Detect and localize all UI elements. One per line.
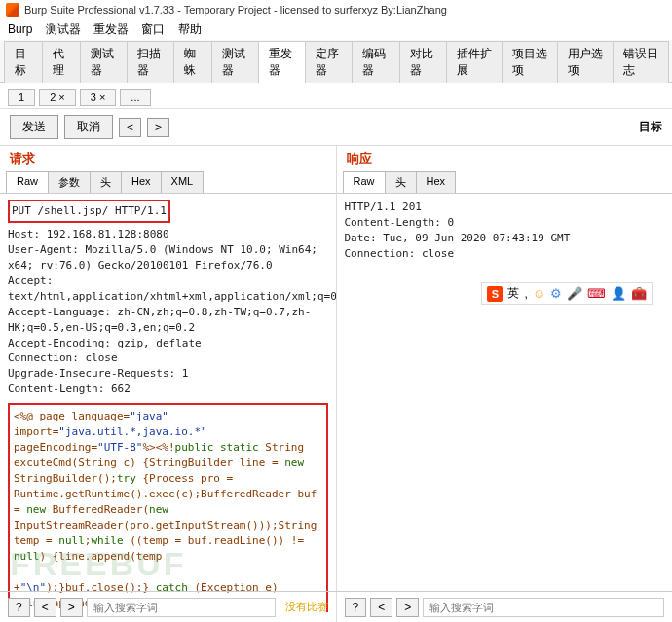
subtab-1[interactable]: 1 [8, 89, 35, 106]
code-token: new [26, 503, 46, 516]
res-search-prev[interactable]: < [370, 598, 392, 617]
response-content[interactable]: HTTP/1.1 201Content-Length: 0Date: Tue, … [337, 194, 673, 612]
cancel-button[interactable]: 取消 [64, 115, 113, 139]
tab-sequencer[interactable]: 定序器 [305, 41, 353, 83]
code-token: "java" [130, 410, 168, 422]
request-header-line: Accept-Language: zh-CN,zh;q=0.8,zh-TW;q=… [8, 305, 328, 336]
code-token: new [284, 457, 304, 469]
gear-icon[interactable]: ⚙ [550, 286, 562, 301]
menu-bar: Burp 测试器 重发器 窗口 帮助 [0, 19, 672, 40]
tab-target[interactable]: 目标 [4, 41, 43, 83]
app-logo-icon [6, 3, 19, 17]
panes: 请求 Raw 参数 头 Hex XML PUT /shell.jsp/ HTTP… [0, 145, 672, 612]
keyboard-icon[interactable]: ⌨ [587, 286, 606, 301]
top-tabs: 目标 代理 测试器 扫描器 蜘蛛 测试器 重发器 定序器 编码器 对比器 插件扩… [0, 40, 672, 83]
request-header-line: Host: 192.168.81.128:8080 [8, 227, 328, 242]
res-tab-raw[interactable]: Raw [343, 171, 386, 193]
menu-burp[interactable]: Burp [8, 22, 32, 36]
tab-alerts[interactable]: 错误日志 [613, 41, 669, 83]
tab-extender[interactable]: 插件扩展 [446, 41, 503, 83]
request-first-line-highlight: PUT /shell.jsp/ HTTP/1.1 [8, 200, 170, 223]
request-header-line: Upgrade-Insecure-Requests: 1 [8, 366, 328, 382]
code-token: <%@ page language= [14, 410, 130, 422]
tab-user-options[interactable]: 用户选项 [557, 41, 614, 83]
code-token: "java.util.*,java.io.*" [58, 425, 206, 438]
req-tab-headers[interactable]: 头 [90, 171, 122, 193]
code-token: ) {line.append(temp [40, 550, 163, 563]
target-label: 目标 [639, 119, 662, 135]
tab-repeater[interactable]: 重发器 [258, 41, 306, 83]
response-line: Date: Tue, 09 Jun 2020 07:43:19 GMT [345, 231, 665, 246]
request-header-line: Content-Length: 662 [8, 382, 328, 397]
subtab-2[interactable]: 2 × [39, 89, 76, 106]
response-line: Content-Length: 0 [345, 215, 665, 231]
history-prev-button[interactable]: < [119, 118, 141, 137]
req-search-next[interactable]: > [60, 598, 83, 617]
code-token: null [58, 534, 85, 547]
code-token: public static [175, 441, 259, 454]
code-token: StringBuilder(); [14, 472, 117, 485]
request-content[interactable]: PUT /shell.jsp/ HTTP/1.1 Host: 192.168.8… [0, 194, 336, 612]
ime-language[interactable]: 英 [507, 285, 519, 302]
window-title: Burp Suite Professional v1.7.33 - Tempor… [24, 4, 447, 16]
tab-project-options[interactable]: 项目选项 [502, 41, 558, 83]
req-tab-hex[interactable]: Hex [121, 171, 162, 193]
menu-window[interactable]: 窗口 [141, 22, 165, 36]
tab-comparer[interactable]: 对比器 [399, 41, 447, 83]
response-line: HTTP/1.1 201 [345, 200, 665, 215]
tab-proxy[interactable]: 代理 [42, 41, 81, 83]
tab-intruder[interactable]: 测试器 [80, 41, 128, 83]
request-first-line: PUT /shell.jsp/ HTTP/1.1 [12, 204, 167, 217]
code-token: try [117, 472, 136, 485]
code-token: null [14, 550, 40, 563]
ime-toolbar[interactable]: S 英 , ☺ ⚙ 🎤 ⌨ 👤 🧰 [481, 282, 653, 305]
req-tab-raw[interactable]: Raw [6, 171, 49, 193]
tools-icon[interactable]: 🧰 [631, 286, 647, 301]
request-header-line: Connection: close [8, 350, 328, 366]
send-button[interactable]: 发送 [10, 115, 58, 139]
code-token: new [149, 503, 168, 516]
user-icon[interactable]: 👤 [611, 286, 626, 301]
menu-repeater[interactable]: 重发器 [93, 22, 129, 36]
response-title: 响应 [337, 146, 673, 171]
response-line: Connection: close [345, 246, 665, 262]
smile-icon[interactable]: ☺ [533, 286, 545, 301]
req-tab-xml[interactable]: XML [161, 171, 205, 193]
req-no-match-label: 没有比赛 [285, 600, 328, 614]
code-token: pageEncoding= [14, 441, 97, 454]
menu-help[interactable]: 帮助 [178, 22, 202, 36]
res-search-help[interactable]: ? [345, 598, 367, 617]
ime-logo-icon: S [487, 286, 503, 302]
request-header-line: Accept: text/html,application/xhtml+xml,… [8, 274, 328, 305]
tab-tester2[interactable]: 测试器 [211, 41, 259, 83]
request-body-highlight: <%@ page language="java" import="java.ut… [8, 403, 328, 612]
res-tab-hex[interactable]: Hex [416, 171, 457, 193]
mic-icon[interactable]: 🎤 [567, 286, 582, 301]
req-search-input[interactable] [87, 598, 276, 617]
req-search-prev[interactable]: < [34, 598, 56, 617]
repeater-subtabs: 1 2 × 3 × ... [0, 83, 672, 109]
response-inner-tabs: Raw 头 Hex [337, 171, 673, 194]
tab-scanner[interactable]: 扫描器 [127, 41, 174, 83]
title-bar: Burp Suite Professional v1.7.33 - Tempor… [0, 0, 672, 19]
subtab-new[interactable]: ... [120, 89, 150, 106]
subtab-3[interactable]: 3 × [80, 89, 117, 106]
history-next-button[interactable]: > [147, 118, 169, 137]
req-tab-params[interactable]: 参数 [48, 171, 91, 193]
request-search-bar: ? < > 没有比赛 [0, 592, 337, 622]
response-search-bar: ? < > [337, 592, 673, 622]
code-token: import= [14, 425, 58, 438]
req-search-help[interactable]: ? [8, 598, 30, 617]
action-bar: 发送 取消 < > 目标 [0, 109, 672, 145]
code-token: ((temp = buf.readLine()) != [124, 534, 304, 547]
res-tab-headers[interactable]: 头 [385, 171, 417, 193]
request-title: 请求 [0, 146, 336, 171]
response-pane: 响应 Raw 头 Hex HTTP/1.1 201Content-Length:… [337, 146, 673, 612]
ime-comma[interactable]: , [524, 287, 527, 301]
menu-tester[interactable]: 测试器 [46, 22, 81, 36]
request-headers: Host: 192.168.81.128:8080User-Agent: Moz… [8, 227, 328, 397]
tab-decoder[interactable]: 编码器 [352, 41, 399, 83]
tab-spider[interactable]: 蜘蛛 [173, 41, 212, 83]
res-search-next[interactable]: > [396, 598, 419, 617]
res-search-input[interactable] [423, 598, 664, 617]
